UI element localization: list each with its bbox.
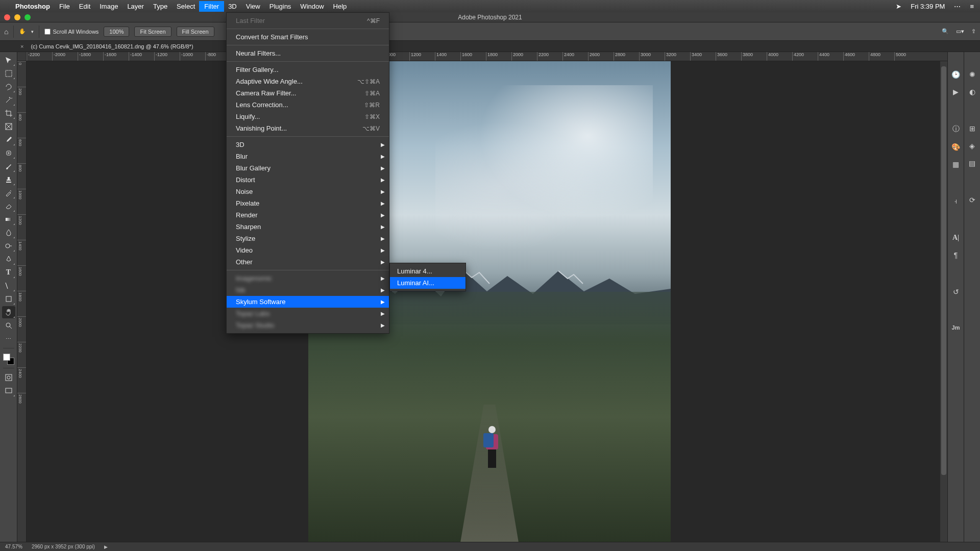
eyedropper-tool[interactable] [2, 134, 15, 146]
actions-panel-icon[interactable]: ▶ [953, 88, 959, 96]
filter-submenu-item[interactable]: Distort▶ [227, 174, 389, 186]
brush-tool[interactable] [2, 160, 15, 172]
type-tool[interactable]: T [2, 266, 15, 279]
document-tab[interactable]: (c) Cuma Cevik_IMG_20180416_160821.dng @… [27, 42, 197, 51]
history-brush-tool[interactable] [2, 187, 15, 199]
filter-convert-smart[interactable]: Convert for Smart Filters [227, 31, 389, 43]
dropdown-arrow-icon[interactable]: ▾ [31, 29, 34, 34]
filter-menu-item[interactable]: Liquify...⇧⌘X [227, 111, 389, 122]
filter-neural[interactable]: Neural Filters... [227, 47, 389, 59]
properties-panel-icon[interactable]: ⊞ [969, 124, 975, 133]
zoom-level[interactable]: 47.57% [5, 544, 22, 549]
screenmode-icon[interactable] [2, 385, 15, 397]
filter-submenu-item[interactable]: Blur Gallery▶ [227, 162, 389, 174]
menu-plugins[interactable]: Plugins [270, 3, 291, 10]
shape-tool[interactable] [2, 293, 15, 305]
marquee-tool[interactable] [2, 67, 15, 80]
frame-tool[interactable] [2, 120, 15, 133]
filter-submenu-item[interactable]: Blur▶ [227, 151, 389, 162]
hand-tool[interactable] [2, 306, 15, 318]
menu-extras-icon[interactable]: ⋯ [954, 3, 961, 10]
home-icon[interactable]: ⌂ [4, 28, 8, 36]
menu-edit[interactable]: Edit [79, 3, 90, 10]
window-maximize-button[interactable] [24, 14, 31, 20]
filter-submenu-item[interactable]: Pixelate▶ [227, 197, 389, 209]
fit-screen-button[interactable]: Fit Screen [134, 27, 171, 37]
document-dimensions[interactable]: 2960 px x 3952 px (300 ppi) [32, 544, 95, 549]
window-minimize-button[interactable] [14, 14, 20, 20]
menu-select[interactable]: Select [177, 3, 195, 10]
menu-type[interactable]: Type [153, 3, 167, 10]
filter-plugin-item[interactable]: Imagenomic▶ [227, 272, 389, 284]
filter-submenu-item[interactable]: 3D▶ [227, 139, 389, 151]
ruler-origin[interactable] [17, 52, 27, 61]
brush-panel-icon[interactable]: ✺ [969, 70, 975, 79]
filter-menu-item[interactable]: Lens Correction...⇧⌘R [227, 99, 389, 111]
lasso-tool[interactable] [2, 81, 15, 93]
status-app-icon[interactable]: ➤ [896, 3, 901, 10]
filter-submenu-item[interactable]: Sharpen▶ [227, 221, 389, 233]
skylum-submenu-item[interactable]: Luminar 4... [390, 265, 465, 277]
menu-window[interactable]: Window [300, 3, 324, 10]
gradient-tool[interactable] [2, 213, 15, 226]
history-panel-icon[interactable]: 🕑 [951, 70, 960, 79]
adjustments-panel-icon[interactable]: ◐ [969, 88, 975, 96]
menu-image[interactable]: Image [100, 3, 118, 10]
skylum-submenu-item[interactable]: Luminar AI... [390, 277, 465, 289]
share-icon[interactable]: ⇪ [971, 28, 976, 35]
libraries-panel-icon[interactable]: ⟳ [969, 196, 975, 204]
quickmask-icon[interactable] [2, 371, 15, 384]
filter-menu-item[interactable]: Camera Raw Filter...⇧⌘A [227, 87, 389, 99]
menu-list-icon[interactable]: ≡ [970, 3, 974, 10]
filter-submenu-item[interactable]: Render▶ [227, 209, 389, 221]
path-tool[interactable] [2, 280, 15, 292]
filter-menu-item[interactable]: Vanishing Point...⌥⌘V [227, 122, 389, 134]
blur-tool[interactable] [2, 227, 15, 239]
filter-plugin-item[interactable]: Nik▶ [227, 284, 389, 296]
filter-plugin-item[interactable]: Topaz Labs▶ [227, 308, 389, 319]
search-icon[interactable]: 🔍 [942, 28, 949, 35]
vertical-scrollbar[interactable] [940, 61, 947, 542]
filter-submenu-item[interactable]: Other▶ [227, 256, 389, 268]
filter-plugin-item[interactable]: Skylum Software▶ [227, 296, 389, 308]
pen-tool[interactable] [2, 253, 15, 265]
layers-panel-icon[interactable]: ◈ [969, 142, 975, 150]
fill-screen-button[interactable]: Fill Screen [177, 27, 214, 37]
menu-help[interactable]: Help [333, 3, 347, 10]
edit-toolbar-icon[interactable]: ⋯ [2, 333, 15, 345]
menu-layer[interactable]: Layer [127, 3, 144, 10]
zoom-100-button[interactable]: 100% [104, 27, 129, 37]
filter-submenu-item[interactable]: Video▶ [227, 244, 389, 256]
filter-menu-item[interactable]: Adaptive Wide Angle...⌥⇧⌘A [227, 76, 389, 87]
zoom-tool[interactable] [2, 319, 15, 332]
status-arrow-icon[interactable]: ▶ [104, 544, 108, 549]
move-tool[interactable] [2, 54, 15, 66]
align-panel-icon[interactable]: ⫞ [954, 197, 958, 205]
menu-filter[interactable]: Filter [199, 1, 224, 12]
scrollbar-thumb[interactable] [941, 66, 946, 475]
crop-tool[interactable] [2, 107, 15, 119]
stamp-tool[interactable] [2, 173, 15, 186]
channels-panel-icon[interactable]: ▤ [969, 159, 975, 167]
color-swatches[interactable] [3, 354, 14, 365]
menu-view[interactable]: View [246, 3, 260, 10]
hand-tool-icon[interactable]: ✋ [19, 28, 26, 35]
dodge-tool[interactable] [2, 240, 15, 252]
window-close-button[interactable] [4, 14, 10, 20]
filter-submenu-item[interactable]: Noise▶ [227, 186, 389, 197]
scroll-all-checkbox-input[interactable] [44, 29, 51, 35]
healing-tool[interactable] [2, 147, 15, 159]
horizontal-ruler[interactable]: -2200-2000-1800-1600-1400-1200-1000-8008… [27, 52, 947, 61]
wand-tool[interactable] [2, 94, 15, 106]
info-panel-icon[interactable]: ⓘ [952, 124, 960, 134]
menu-3d[interactable]: 3D [228, 3, 237, 10]
tab-close-icon[interactable]: × [20, 43, 23, 49]
jm-badge[interactable]: Jm [952, 324, 960, 331]
filter-plugin-item[interactable]: Topaz Studio▶ [227, 319, 389, 331]
filter-submenu-item[interactable]: Stylize▶ [227, 233, 389, 244]
vertical-ruler[interactable]: 0200400600800100012001400160018002000220… [17, 61, 27, 542]
scroll-all-windows-checkbox[interactable]: Scroll All Windows [44, 29, 99, 35]
app-name[interactable]: Photoshop [15, 3, 50, 10]
filter-menu-item[interactable]: Filter Gallery... [227, 64, 389, 76]
menu-file[interactable]: File [59, 3, 70, 10]
